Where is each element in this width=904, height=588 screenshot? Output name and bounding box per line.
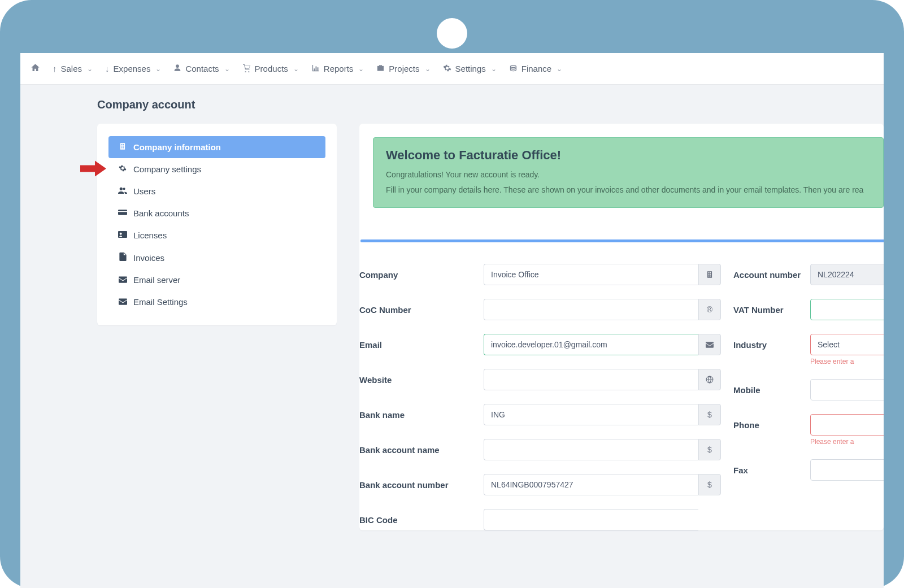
field-bank-account-name: Bank account name $ (359, 439, 721, 460)
sidenav-label: Company information (133, 142, 221, 152)
field-label: Account number (733, 270, 810, 280)
sidenav-email-server[interactable]: Email server (108, 269, 325, 291)
field-label: Email (359, 340, 484, 350)
nav-label: Projects (389, 64, 419, 73)
chevron-down-icon: ⌄ (87, 65, 93, 73)
sidenav-label: Invoices (133, 253, 164, 263)
field-company: Company (359, 264, 721, 285)
sidenav-company-settings[interactable]: Company settings (108, 158, 325, 180)
sidenav-label: Users (133, 186, 155, 196)
gear-icon (443, 64, 451, 74)
field-label: CoC Number (359, 305, 484, 315)
sidenav-label: Email server (133, 275, 180, 285)
fax-input[interactable] (810, 459, 884, 481)
dollar-icon: $ (698, 404, 721, 425)
nav-finance[interactable]: Finance ⌄ (509, 64, 562, 74)
sidenav-users[interactable]: Users (108, 180, 325, 202)
nav-sales[interactable]: ↑ Sales ⌄ (53, 64, 93, 73)
nav-label: Expenses (114, 64, 151, 73)
nav-reports[interactable]: Reports ⌄ (311, 64, 364, 74)
field-label: Website (359, 375, 484, 385)
bank-name-input[interactable] (484, 404, 698, 425)
field-industry: Industry Please enter a (733, 334, 884, 365)
industry-select[interactable] (810, 334, 884, 355)
website-input[interactable] (484, 369, 698, 390)
account-number-input (810, 264, 884, 285)
chevron-down-icon: ⌄ (491, 65, 497, 73)
chevron-down-icon: ⌄ (425, 65, 431, 73)
field-account-number: Account number (733, 264, 884, 285)
field-website: Website (359, 369, 721, 390)
globe-icon (698, 369, 721, 390)
chevron-down-icon: ⌄ (358, 65, 364, 73)
field-mobile: Mobile (733, 379, 884, 400)
field-bank-name: Bank name $ (359, 404, 721, 425)
company-info-card: Welcome to Facturatie Office! Congratula… (359, 124, 884, 530)
nav-projects[interactable]: Projects ⌄ (376, 64, 430, 74)
sidenav-bank-accounts[interactable]: Bank accounts (108, 202, 325, 224)
briefcase-icon (376, 64, 385, 74)
field-label: VAT Number (733, 305, 810, 315)
bank-account-name-input[interactable] (484, 439, 698, 460)
dollar-icon: $ (698, 439, 721, 460)
company-form: Company CoC Number (359, 242, 884, 530)
chevron-down-icon: ⌄ (155, 65, 161, 73)
app-screen: ↑ Sales ⌄ ↓ Expenses ⌄ Contacts ⌄ (20, 53, 884, 588)
home-icon[interactable] (31, 63, 40, 75)
field-phone: Phone Please enter a (733, 414, 884, 446)
sidenav-label: Bank accounts (133, 208, 189, 218)
sidenav-label: Licenses (133, 230, 167, 240)
field-label: Bank account number (359, 480, 484, 490)
vat-input[interactable] (810, 299, 884, 320)
file-invoice-icon (118, 252, 128, 263)
sidenav-licenses[interactable]: Licenses (108, 224, 325, 246)
sidenav-invoices[interactable]: Invoices (108, 246, 325, 269)
chevron-down-icon: ⌄ (293, 65, 299, 73)
chevron-down-icon: ⌄ (224, 65, 230, 73)
credit-card-icon (118, 208, 128, 218)
alert-line: Congratulations! Your new account is rea… (386, 167, 871, 182)
field-label: Bank account name (359, 445, 484, 455)
nav-expenses[interactable]: ↓ Expenses ⌄ (105, 64, 161, 73)
envelope-icon (698, 334, 721, 355)
bic-input[interactable] (484, 509, 698, 530)
company-input[interactable] (484, 264, 698, 285)
top-nav: ↑ Sales ⌄ ↓ Expenses ⌄ Contacts ⌄ (20, 53, 884, 85)
field-label: Phone (733, 420, 810, 430)
field-vat: VAT Number (733, 299, 884, 320)
id-card-icon (118, 230, 128, 240)
sidenav-label: Company settings (133, 164, 201, 174)
cart-icon (242, 64, 251, 74)
building-icon (698, 264, 721, 285)
nav-settings[interactable]: Settings ⌄ (443, 64, 497, 74)
field-label: Industry (733, 340, 810, 350)
nav-label: Reports (324, 64, 354, 73)
email-input[interactable] (484, 334, 698, 355)
field-label: BIC Code (359, 515, 484, 525)
gear-icon (118, 164, 128, 174)
envelope-icon (118, 297, 128, 307)
envelope-icon (118, 275, 128, 285)
phone-input[interactable] (810, 414, 884, 435)
nav-contacts[interactable]: Contacts ⌄ (173, 64, 229, 73)
coc-input[interactable] (484, 299, 698, 320)
side-nav: Company information Company settings (97, 124, 337, 325)
arrow-down-icon: ↓ (105, 64, 110, 73)
highlight-arrow-icon (80, 160, 106, 178)
mobile-input[interactable] (810, 379, 884, 400)
nav-label: Sales (61, 64, 82, 73)
field-bank-account-number: Bank account number $ (359, 474, 721, 495)
sidenav-email-settings[interactable]: Email Settings (108, 291, 325, 313)
device-frame: ↑ Sales ⌄ ↓ Expenses ⌄ Contacts ⌄ (0, 0, 904, 588)
nav-products[interactable]: Products ⌄ (242, 64, 299, 74)
welcome-alert: Welcome to Facturatie Office! Congratula… (373, 137, 884, 208)
bank-account-number-input[interactable] (484, 474, 698, 495)
field-error: Please enter a (810, 358, 884, 365)
dollar-icon: $ (698, 474, 721, 495)
chart-icon (311, 64, 320, 74)
arrow-up-icon: ↑ (53, 64, 57, 73)
nav-label: Products (255, 64, 288, 73)
alert-line: Fill in your company details here. These… (386, 182, 871, 198)
sidenav-company-information[interactable]: Company information (108, 136, 325, 158)
field-label: Bank name (359, 410, 484, 420)
